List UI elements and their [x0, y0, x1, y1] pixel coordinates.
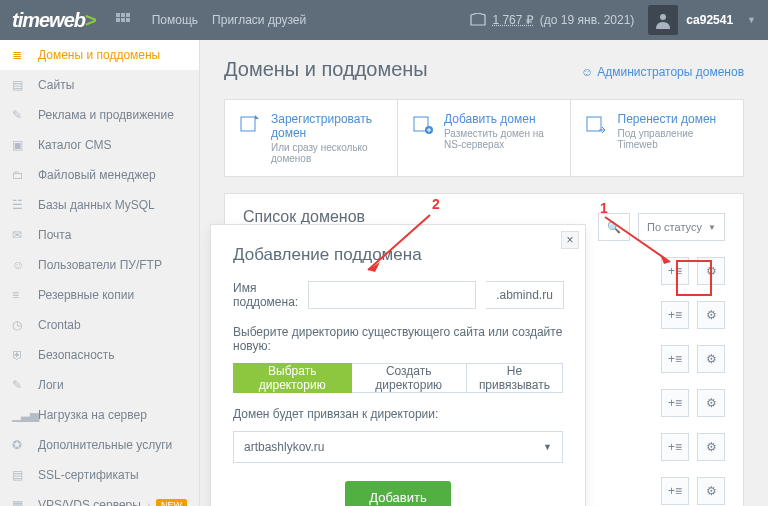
page-title: Домены и поддомены	[224, 58, 428, 81]
submit-button[interactable]: Добавить	[345, 481, 450, 506]
modal-close-button[interactable]: ×	[561, 231, 579, 249]
annotation-arrow-2	[360, 210, 440, 280]
svg-rect-0	[116, 13, 120, 17]
sidebar-item-domains[interactable]: ≣Домены и поддомены	[0, 40, 199, 70]
sidebar-item-sites[interactable]: ▤Сайты	[0, 70, 199, 100]
sidebar-item-label: Нагрузка на сервер	[38, 408, 147, 422]
package-icon: ▣	[12, 138, 28, 152]
invite-link[interactable]: Пригласи друзей	[212, 13, 306, 27]
sidebar-item-backup[interactable]: ≡Резервные копии	[0, 280, 199, 310]
settings-button[interactable]: ⚙	[697, 433, 725, 461]
caret-down-icon: ▼	[708, 223, 716, 232]
help-link[interactable]: Помощь	[152, 13, 198, 27]
action-register[interactable]: Зарегистрировать доменИли сразу нескольк…	[225, 100, 398, 176]
svg-marker-12	[660, 254, 670, 264]
svg-line-11	[605, 217, 670, 262]
settings-button[interactable]: ⚙	[697, 345, 725, 373]
sidebar-item-files[interactable]: 🗀Файловый менеджер	[0, 160, 199, 190]
users-icon: ☺	[12, 258, 28, 272]
sidebar-item-addons[interactable]: ✪Дополнительные услуги	[0, 430, 199, 460]
sidebar-item-label: SSL-сертификаты	[38, 468, 139, 482]
domain-admins-link[interactable]: ☺Администраторы доменов	[581, 65, 744, 79]
svg-rect-3	[116, 18, 120, 22]
sidebar-item-label: Дополнительные услуги	[38, 438, 172, 452]
action-title: Зарегистрировать домен	[271, 112, 383, 140]
sidebar-item-ssl[interactable]: ▤SSL-сертификаты	[0, 460, 199, 490]
app-grid-icon[interactable]	[108, 5, 138, 35]
dir-select[interactable]: artbashlykov.ru ▼	[233, 431, 563, 463]
settings-button[interactable]: ⚙	[697, 477, 725, 505]
sidebar-item-label: Безопасность	[38, 348, 115, 362]
action-title: Добавить домен	[444, 112, 556, 126]
add-subdomain-button[interactable]: +≡	[661, 345, 689, 373]
sidebar-item-label: Сайты	[38, 78, 74, 92]
settings-button[interactable]: ⚙	[697, 301, 725, 329]
chart-icon: ▁▃▅	[12, 408, 28, 422]
clock-icon: ◷	[12, 318, 28, 332]
sidebar-item-db[interactable]: ☱Базы данных MySQL	[0, 190, 199, 220]
annotation-2: 2	[432, 196, 440, 212]
head-link-label: Администраторы доменов	[597, 65, 744, 79]
action-sub: Или сразу несколько доменов	[271, 142, 383, 164]
globe-icon: ≣	[12, 48, 28, 62]
megaphone-icon: ✎	[12, 108, 28, 122]
sidebar-item-mail[interactable]: ✉Почта	[0, 220, 199, 250]
add-subdomain-button[interactable]: +≡	[661, 433, 689, 461]
database-icon: ☱	[12, 198, 28, 212]
new-badge: new	[156, 499, 187, 506]
sidebar-item-vps[interactable]: ▦VPS/VDS серверы›new	[0, 490, 199, 506]
add-subdomain-button[interactable]: +≡	[661, 477, 689, 505]
lock-icon: ▤	[12, 468, 28, 482]
sidebar-item-security[interactable]: ⛨Безопасность	[0, 340, 199, 370]
sidebar-item-label: Резервные копии	[38, 288, 134, 302]
subdomain-label: Имя поддомена:	[233, 281, 298, 309]
user-menu-caret-icon[interactable]: ▼	[747, 15, 756, 25]
sidebar-item-label: Crontab	[38, 318, 81, 332]
sidebar-item-label: Каталог CMS	[38, 138, 112, 152]
sidebar-item-label: VPS/VDS серверы	[38, 498, 141, 506]
seg-select-dir[interactable]: Выбрать директорию	[233, 363, 352, 393]
sidebar-item-label: Реклама и продвижение	[38, 108, 174, 122]
sidebar-item-crontab[interactable]: ◷Crontab	[0, 310, 199, 340]
shield-icon: ⛨	[12, 348, 28, 362]
balance-amount: 1 767 ₽	[492, 13, 533, 27]
sidebar-item-users[interactable]: ☺Пользователи ПУ/FTP	[0, 250, 199, 280]
add-subdomain-button[interactable]: +≡	[661, 301, 689, 329]
subdomain-suffix: .abmind.ru	[486, 281, 564, 309]
sidebar-item-ads[interactable]: ✎Реклама и продвижение	[0, 100, 199, 130]
action-add[interactable]: Добавить доменРазместить домен на NS-сер…	[398, 100, 571, 176]
sidebar-item-label: Базы данных MySQL	[38, 198, 155, 212]
layers-icon: ▤	[12, 78, 28, 92]
bind-label: Домен будет привязан к директории:	[233, 407, 563, 421]
dir-hint: Выберите директорию существующего сайта …	[233, 325, 563, 353]
register-icon	[239, 112, 261, 136]
logo: timeweb>	[12, 9, 96, 32]
balance[interactable]: 1 767 ₽ (до 19 янв. 2021)	[470, 13, 634, 27]
sidebar-item-cms[interactable]: ▣Каталог CMS	[0, 130, 199, 160]
actions-panel: Зарегистрировать доменИли сразу нескольк…	[224, 99, 744, 177]
seg-no-bind[interactable]: Не привязывать	[466, 363, 563, 393]
sidebar-item-logs[interactable]: ✎Логи	[0, 370, 199, 400]
dir-mode-segment: Выбрать директорию Создать директорию Не…	[233, 363, 563, 393]
sidebar: ≣Домены и поддомены ▤Сайты ✎Реклама и пр…	[0, 40, 200, 506]
avatar[interactable]	[648, 5, 678, 35]
balance-until: (до 19 янв. 2021)	[540, 13, 635, 27]
svg-rect-5	[126, 18, 130, 22]
caret-down-icon: ▼	[543, 442, 552, 452]
svg-rect-10	[587, 117, 601, 131]
sidebar-item-label: Файловый менеджер	[38, 168, 156, 182]
seg-create-dir[interactable]: Создать директорию	[351, 363, 467, 393]
add-subdomain-button[interactable]: +≡	[661, 389, 689, 417]
server-icon: ▦	[12, 498, 28, 506]
transfer-icon	[585, 112, 608, 136]
annotation-arrow-1	[600, 212, 680, 272]
mail-icon: ✉	[12, 228, 28, 242]
sidebar-item-label: Пользователи ПУ/FTP	[38, 258, 162, 272]
svg-rect-7	[241, 117, 255, 131]
subdomain-input[interactable]	[308, 281, 476, 309]
settings-button[interactable]: ⚙	[697, 389, 725, 417]
svg-rect-1	[121, 13, 125, 17]
sidebar-item-load[interactable]: ▁▃▅Нагрузка на сервер	[0, 400, 199, 430]
action-transfer[interactable]: Перенести доменПод управление Timeweb	[571, 100, 743, 176]
username[interactable]: ca92541	[686, 13, 733, 27]
